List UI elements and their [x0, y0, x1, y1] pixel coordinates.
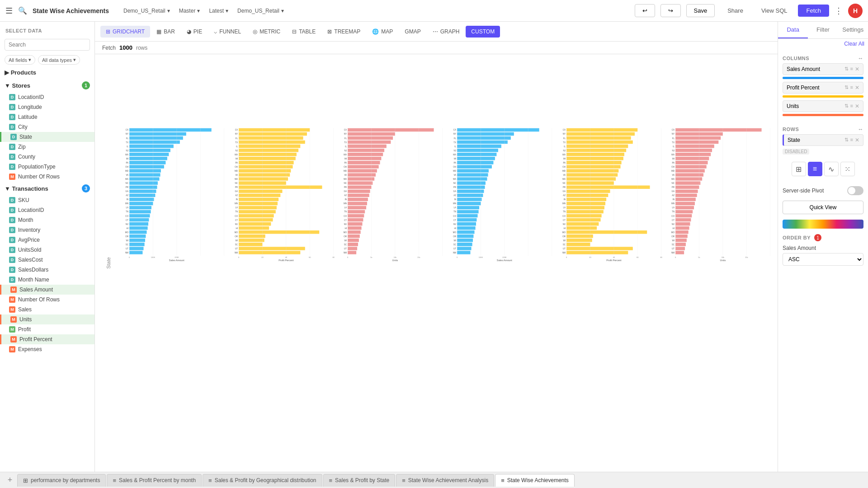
- svg-rect-410: [675, 230, 689, 234]
- pie-button[interactable]: ◕ PIE: [181, 26, 208, 38]
- server-side-pivot-toggle[interactable]: [847, 186, 863, 195]
- undo-button[interactable]: ↩: [635, 4, 655, 17]
- quick-view-button[interactable]: Quick View: [783, 201, 863, 214]
- tab-filter[interactable]: Filter: [808, 22, 838, 38]
- field-expenses[interactable]: MExpenses: [0, 344, 94, 354]
- field-units[interactable]: MUnits: [0, 314, 94, 324]
- field-sales-amount[interactable]: MSales Amount: [0, 285, 94, 295]
- bottom-tab-sales-profit-state[interactable]: ≡ Sales & Profit by State: [323, 474, 396, 487]
- tab-demo-us-retail-1[interactable]: Demo_US_Retail ▾: [120, 6, 174, 16]
- add-tab-button[interactable]: +: [4, 474, 16, 487]
- menu-icon[interactable]: ☰: [5, 6, 13, 16]
- field-locationid-tx[interactable]: DLocationID: [0, 205, 94, 215]
- all-fields-filter[interactable]: All fields ▾: [5, 55, 35, 65]
- field-month-name[interactable]: DMonth Name: [0, 275, 94, 285]
- bottom-tab-sales-profit-month[interactable]: ≡ Sales & Profit Percent by month: [107, 474, 202, 487]
- column-units[interactable]: Units ⇅ ≡ ✕: [783, 100, 863, 112]
- tab-data[interactable]: Data: [778, 22, 808, 38]
- svg-rect-323: [566, 202, 605, 206]
- svg-rect-325: [566, 206, 604, 210]
- metric-button[interactable]: ◎ METRIC: [247, 26, 286, 38]
- remove-row-state[interactable]: ✕: [855, 137, 859, 143]
- save-button[interactable]: Save: [686, 4, 715, 17]
- view-line[interactable]: ∿: [824, 162, 839, 176]
- field-locationid[interactable]: DLocationID: [0, 92, 94, 102]
- column-profit-percent[interactable]: Profit Percent ⇅ ≡ ✕: [783, 82, 863, 94]
- field-sales[interactable]: MSales: [0, 305, 94, 314]
- sort-icon[interactable]: ⇅: [844, 137, 849, 143]
- field-unitssold[interactable]: DUnitsSold: [0, 245, 94, 255]
- table-button[interactable]: ⊟ TABLE: [287, 26, 321, 38]
- view-sql-button[interactable]: View SQL: [756, 5, 793, 17]
- bottom-tab-performance[interactable]: ⊞ performance by departments: [17, 474, 106, 487]
- field-number-of-rows-stores[interactable]: MNumber Of Rows: [0, 172, 94, 182]
- settings-icon[interactable]: ≡: [850, 84, 853, 91]
- field-profit-percent[interactable]: MProfit Percent: [0, 334, 94, 344]
- sort-icon[interactable]: ⇅: [844, 66, 849, 72]
- treemap-button[interactable]: ⊠ TREEMAP: [322, 26, 366, 38]
- rows-expand-icon[interactable]: ↔: [858, 126, 864, 132]
- bottom-tab-state-wise-achievements[interactable]: ≡ State Wise Achievements: [495, 474, 575, 487]
- search-icon[interactable]: 🔍: [18, 6, 27, 15]
- tab-demo-us-retail-2[interactable]: Demo_US_Retail ▾: [234, 6, 288, 16]
- field-sku[interactable]: DSKU: [0, 195, 94, 205]
- share-button[interactable]: Share: [720, 5, 750, 17]
- graph-button[interactable]: ⋯ GRAPH: [427, 26, 465, 38]
- gmap-button[interactable]: GMAP: [399, 26, 426, 38]
- all-data-types-filter[interactable]: All data types ▾: [38, 55, 80, 65]
- view-scatter[interactable]: ⁙: [840, 162, 855, 176]
- section-transactions[interactable]: ▼ Transactions 3: [0, 182, 94, 195]
- section-stores[interactable]: ▼ Stores 1: [0, 79, 94, 92]
- field-latitude[interactable]: DLatitude: [0, 112, 94, 122]
- color-gradient[interactable]: [783, 220, 863, 229]
- view-bars[interactable]: ≡: [808, 162, 822, 176]
- gridchart-button[interactable]: ⊞ GRIDCHART: [100, 26, 150, 38]
- remove-column-profit-percent[interactable]: ✕: [855, 84, 859, 91]
- field-salesdollars[interactable]: DSalesDollars: [0, 265, 94, 275]
- avatar[interactable]: H: [848, 4, 863, 18]
- field-avgprice[interactable]: DAvgPrice: [0, 235, 94, 245]
- custom-button[interactable]: CUSTOM: [466, 26, 500, 38]
- tab-latest[interactable]: Latest ▾: [205, 6, 232, 16]
- field-state[interactable]: DState: [0, 132, 94, 142]
- field-inventory[interactable]: DInventory: [0, 225, 94, 235]
- search-input[interactable]: [5, 39, 90, 51]
- row-state[interactable]: State ⇅ ≡ ✕: [783, 134, 863, 146]
- field-city[interactable]: DCity: [0, 122, 94, 132]
- kebab-menu[interactable]: ⋮: [835, 6, 843, 16]
- settings-icon[interactable]: ≡: [850, 66, 853, 72]
- remove-column-units[interactable]: ✕: [855, 103, 859, 109]
- sort-icon[interactable]: ⇅: [844, 84, 849, 91]
- clear-all-button[interactable]: Clear All: [844, 41, 864, 47]
- svg-text:UT: UT: [672, 248, 675, 250]
- bottom-tab-state-wise-analysis[interactable]: ≡ State Wise Achievement Analysis: [396, 474, 494, 487]
- sort-icon[interactable]: ⇅: [844, 103, 849, 109]
- field-zip[interactable]: DZip: [0, 142, 94, 152]
- field-month[interactable]: DMonth: [0, 215, 94, 225]
- remove-column-sales-amount[interactable]: ✕: [855, 66, 859, 72]
- field-salescost[interactable]: DSalesCost: [0, 255, 94, 265]
- redo-button[interactable]: ↪: [660, 4, 681, 17]
- tab-master[interactable]: Master ▾: [175, 6, 204, 16]
- tab-settings[interactable]: Settings: [838, 22, 868, 38]
- field-populationtype[interactable]: DPopulationType: [0, 162, 94, 172]
- settings-icon[interactable]: ≡: [850, 103, 853, 109]
- section-products[interactable]: ▶ Products: [0, 66, 94, 79]
- field-county[interactable]: DCounty: [0, 152, 94, 162]
- field-longitude[interactable]: DLongitude: [0, 102, 94, 112]
- map-button[interactable]: 🌐 MAP: [367, 26, 398, 38]
- funnel-button[interactable]: ⌵ FUNNEL: [208, 26, 246, 38]
- svg-rect-317: [566, 189, 610, 193]
- bar-button[interactable]: ▦ BAR: [151, 26, 180, 38]
- column-sales-amount[interactable]: Sales Amount ⇅ ≡ ✕: [783, 63, 863, 75]
- view-grid[interactable]: ⊞: [792, 162, 806, 176]
- expand-icon[interactable]: ↔: [858, 55, 864, 61]
- order-by-select[interactable]: ASC DESC: [783, 253, 863, 266]
- field-profit[interactable]: MProfit: [0, 324, 94, 334]
- svg-rect-77: [239, 141, 305, 144]
- bottom-tab-sales-profit-geo[interactable]: ≡ Sales & Profit by Geographical distrib…: [203, 474, 322, 487]
- fetch-button[interactable]: Fetch: [798, 5, 829, 17]
- settings-icon[interactable]: ≡: [850, 137, 853, 143]
- svg-rect-170: [348, 181, 373, 185]
- field-number-of-rows-tx[interactable]: MNumber Of Rows: [0, 295, 94, 305]
